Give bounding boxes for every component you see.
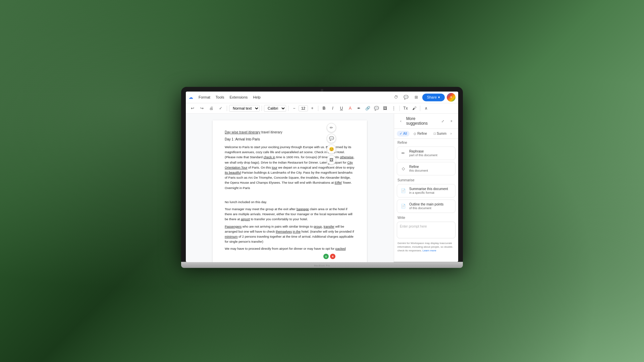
- camera-notch: [321, 89, 323, 92]
- rephrase-card[interactable]: ✏ Rephrase part of this document: [397, 146, 455, 160]
- highlight-button[interactable]: ✒: [355, 105, 363, 112]
- doc-no-lunch: No lunch included on this day.: [225, 199, 355, 204]
- tab-summ-icon: □: [434, 132, 436, 135]
- link-button[interactable]: 🔗: [364, 105, 371, 112]
- underline-button[interactable]: U: [338, 105, 345, 112]
- document-area: Day wise travel itinerary travel itinera…: [186, 114, 394, 262]
- image-insert-button[interactable]: 🖼: [381, 105, 389, 112]
- rephrase-content: Rephrase part of this document: [409, 149, 452, 157]
- clear-formatting-button[interactable]: Tx: [402, 105, 409, 112]
- sidebar-back-button[interactable]: ‹: [397, 118, 404, 124]
- tab-all-icon: ✓: [399, 132, 402, 135]
- comment-insert-button[interactable]: 💬: [373, 105, 380, 112]
- print-icon[interactable]: 🖨: [207, 104, 215, 112]
- tab-refine-label: Refine: [417, 132, 427, 135]
- outline-card[interactable]: 📄 Outline the main points of this docume…: [397, 199, 455, 213]
- share-button[interactable]: Share ▾: [422, 94, 445, 101]
- sidebar-title: More suggestions: [406, 116, 437, 126]
- google-docs-app: ☁ Format Tools Extensions Help ⏱ 💬 ⊞ Sha…: [186, 92, 458, 262]
- italic-button[interactable]: I: [329, 105, 336, 112]
- macbook-base: [181, 262, 463, 268]
- refine-icon: ◇: [400, 165, 407, 172]
- main-area: Day wise travel itinerary travel itinera…: [186, 114, 458, 262]
- outline-content: Outline the main points of this document: [409, 202, 452, 210]
- tabs-more-arrow[interactable]: ›: [450, 132, 451, 135]
- refine-content: Refine this document: [409, 165, 452, 172]
- font-dropdown[interactable]: Calibri: [264, 105, 286, 112]
- font-size-decrease[interactable]: −: [290, 105, 298, 112]
- undo-icon[interactable]: ↩: [189, 104, 197, 112]
- doc-spacer: [225, 192, 355, 197]
- summarise-format-subtitle: in a specific format: [409, 191, 452, 194]
- prompt-input-area[interactable]: Enter prompt here: [397, 222, 455, 238]
- rephrase-icon: ✏: [400, 150, 407, 157]
- float-image-button[interactable]: 🖼: [327, 155, 336, 165]
- tab-all[interactable]: ✓ All: [397, 131, 410, 136]
- prompt-placeholder: Enter prompt here: [400, 225, 427, 228]
- doc-paragraph-2: Tour manager may meet the group at the e…: [225, 206, 355, 222]
- float-emoji-button[interactable]: 😊: [327, 144, 336, 154]
- learn-more-link[interactable]: Learn more: [423, 249, 436, 252]
- summarise-format-content: Summarise this document in a specific fo…: [409, 187, 452, 194]
- menu-extensions[interactable]: Extensions: [227, 94, 251, 100]
- screen-bezel: ☁ Format Tools Extensions Help ⏱ 💬 ⊞ Sha…: [181, 87, 463, 262]
- more-toolbar-button[interactable]: ⋮: [390, 105, 397, 112]
- outline-title: Outline the main points: [409, 202, 452, 206]
- styles-dropdown[interactable]: Normal text: [229, 105, 260, 112]
- sidebar-expand-button[interactable]: ⤢: [439, 118, 446, 124]
- collaborator-avatars: G R: [323, 254, 335, 259]
- summarise-format-card[interactable]: 📄 Summarise this document in a specific …: [397, 184, 455, 197]
- avatar-2: R: [330, 254, 335, 259]
- tab-refine[interactable]: ◇ Refine: [411, 131, 430, 136]
- refine-title: Refine: [409, 165, 452, 169]
- tab-summ-label: Summ: [437, 132, 446, 135]
- outline-subtitle: of this document: [409, 206, 452, 210]
- history-icon[interactable]: ⏱: [392, 93, 400, 101]
- document-page: Day wise travel itinerary travel itinera…: [213, 120, 367, 262]
- summarise-section-label: Summarise: [394, 176, 458, 183]
- doc-paragraph-4: We may have to proceed directly from air…: [225, 246, 355, 251]
- spellcheck-icon[interactable]: ✓: [217, 104, 225, 112]
- sidebar-header: ‹ More suggestions ⤢ ×: [394, 114, 458, 129]
- share-label: Share: [427, 95, 437, 99]
- doc-paragraph-3: Passengers who are not arriving in pairs…: [225, 224, 355, 244]
- floating-toolbar: ✏ 💬 😊 🖼: [327, 123, 336, 165]
- tab-all-label: All: [403, 132, 407, 135]
- title-bar: ☁ Format Tools Extensions Help ⏱ 💬 ⊞ Sha…: [186, 92, 458, 103]
- apps-icon[interactable]: ⊞: [412, 93, 420, 101]
- text-color-button[interactable]: A: [346, 105, 354, 112]
- menu-format[interactable]: Format: [196, 94, 213, 100]
- filter-tabs: ✓ All ◇ Refine □ Summ ›: [394, 129, 458, 139]
- divider-4: [318, 106, 318, 111]
- tab-refine-icon: ◇: [414, 132, 416, 135]
- cloud-save-icon: ☁: [189, 95, 193, 100]
- summarise-format-title: Summarise this document: [409, 187, 452, 191]
- macbook-device: ☁ Format Tools Extensions Help ⏱ 💬 ⊞ Sha…: [181, 87, 463, 268]
- font-size-increase[interactable]: +: [309, 105, 316, 112]
- float-edit-button[interactable]: ✏: [327, 123, 336, 132]
- menu-tools[interactable]: Tools: [213, 94, 227, 100]
- share-chevron: ▾: [438, 95, 440, 100]
- sidebar-close-button[interactable]: ×: [448, 118, 455, 124]
- day-wise-link[interactable]: Day wise travel itinerary: [225, 130, 260, 134]
- gemini-sidebar: ‹ More suggestions ⤢ × ✓ All: [394, 114, 458, 262]
- tab-summ[interactable]: □ Summ: [431, 131, 449, 136]
- rephrase-title: Rephrase: [409, 149, 452, 153]
- divider-6: [420, 106, 420, 111]
- gemini-button[interactable]: +: [447, 93, 455, 102]
- refine-card[interactable]: ◇ Refine this document: [397, 162, 455, 175]
- divider-3: [288, 106, 288, 111]
- chevron-up-button[interactable]: ∧: [422, 105, 430, 112]
- comment-icon[interactable]: 💬: [402, 93, 410, 101]
- float-chat-button[interactable]: 💬: [327, 134, 336, 143]
- divider-5: [399, 106, 400, 111]
- refine-subtitle: this document: [409, 169, 452, 172]
- paint-format-button[interactable]: 🖌: [411, 105, 418, 112]
- write-section-label: Write: [394, 214, 458, 221]
- menu-help[interactable]: Help: [250, 94, 263, 100]
- formatting-toolbar: ↩ ↪ 🖨 ✓ Normal text Calibri −: [186, 103, 458, 114]
- titlebar-right-actions: ⏱ 💬 ⊞ Share ▾ +: [392, 93, 455, 102]
- redo-icon[interactable]: ↪: [198, 104, 206, 112]
- font-size-input[interactable]: [299, 105, 308, 111]
- bold-button[interactable]: B: [320, 105, 328, 112]
